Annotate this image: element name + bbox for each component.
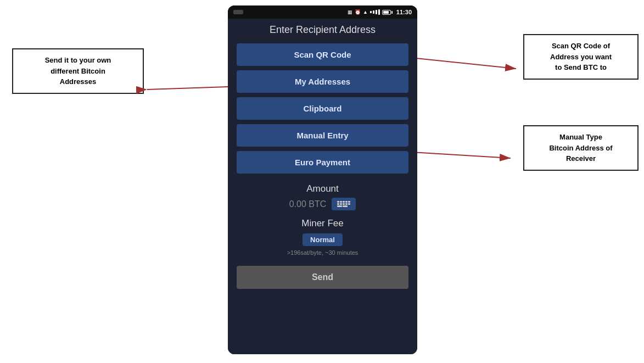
euro-payment-button[interactable]: Euro Payment: [237, 151, 408, 174]
my-addresses-button[interactable]: My Addresses: [237, 70, 408, 93]
scan-qr-code-button[interactable]: Scan QR Code: [237, 43, 408, 66]
signal-icon: ▦: [348, 9, 352, 15]
amount-row: 0.00 BTC: [237, 198, 408, 210]
phone-frame: ▦ ⏰ ▲ 11:30 Enter Recipien: [228, 5, 417, 354]
annotation-box-bottom-right: Manual Type Bitcoin Address of Receiver: [523, 125, 639, 171]
phone-screen: Enter Recipient Address Scan QR Code My …: [228, 19, 417, 354]
camera-icon: [233, 10, 243, 14]
battery-icon: [382, 10, 393, 15]
amount-label: Amount: [237, 183, 408, 194]
status-icons: ▦ ⏰ ▲ 11:30: [348, 9, 412, 15]
status-time: 11:30: [396, 9, 412, 15]
annotation-bottom-right-text: Manual Type Bitcoin Address of Receiver: [549, 133, 612, 163]
clock-icon: ⏰: [355, 9, 361, 15]
annotation-box-top-right: Scan QR Code of Address you want to Send…: [523, 34, 639, 80]
amount-value: 0.00 BTC: [289, 199, 327, 209]
amount-section: Amount 0.00 BTC Miner Fee Normal >196sat…: [237, 183, 408, 289]
screen-title: Enter Recipient Address: [270, 24, 376, 36]
wifi-icon: ▲: [363, 9, 368, 15]
clipboard-button[interactable]: Clipboard: [237, 97, 408, 120]
annotation-left-text: Send it to your own different Bitcoin Ad…: [45, 56, 111, 86]
miner-fee-label: Miner Fee: [237, 218, 408, 229]
svg-line-3: [147, 87, 228, 90]
normal-badge[interactable]: Normal: [303, 233, 343, 246]
keyboard-button[interactable]: [332, 198, 356, 210]
keyboard-icon: [337, 201, 350, 207]
manual-entry-button[interactable]: Manual Entry: [237, 124, 408, 147]
annotation-box-left: Send it to your own different Bitcoin Ad…: [12, 48, 144, 94]
fee-detail: >196sat/byte, ~30 minutes: [237, 249, 408, 256]
annotation-top-right-text: Scan QR Code of Address you want to Send…: [550, 42, 612, 71]
status-bar: ▦ ⏰ ▲ 11:30: [228, 5, 417, 19]
send-button[interactable]: Send: [237, 266, 408, 289]
signal-bars: [370, 9, 380, 15]
